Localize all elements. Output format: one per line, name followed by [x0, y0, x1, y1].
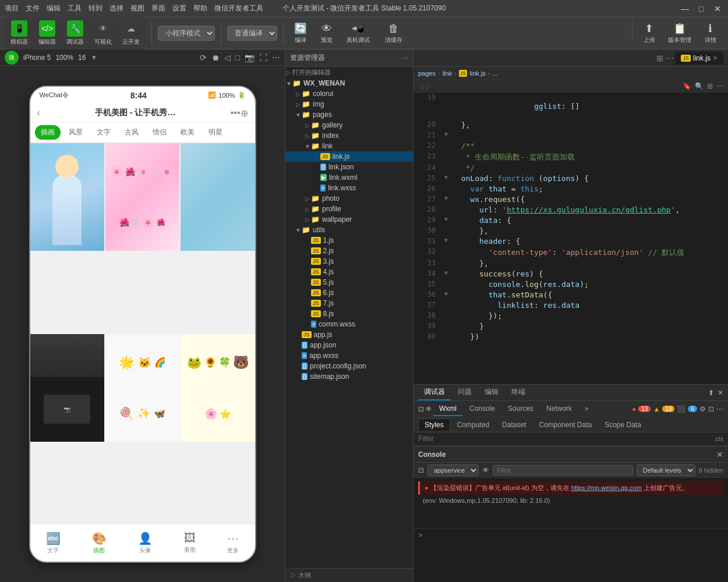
- tab-edit[interactable]: 编辑: [479, 385, 504, 400]
- details-btn[interactable]: ℹ 详情: [697, 20, 723, 47]
- bottom-item-gallery[interactable]: 🖼 看图: [184, 531, 196, 554]
- folder-gallery[interactable]: ▷ 📁 gallery: [285, 120, 413, 130]
- more-tabs-icon[interactable]: ⋯: [666, 54, 674, 63]
- tab-link-js[interactable]: JS link.js ✕: [675, 52, 723, 65]
- cls-btn[interactable]: .cls: [714, 435, 724, 442]
- menu-interface[interactable]: 界面: [151, 3, 165, 13]
- tab-network[interactable]: Network: [540, 402, 578, 416]
- styles-tab-computed[interactable]: Computed: [451, 419, 495, 431]
- menu-goto[interactable]: 转到: [89, 3, 103, 13]
- simulator-btn[interactable]: 📱 模拟器: [6, 18, 33, 48]
- menu-view[interactable]: 视图: [130, 3, 144, 13]
- compile-select[interactable]: 普通编译: [227, 26, 277, 41]
- window-controls[interactable]: — □ ✕: [679, 3, 723, 15]
- folder-profile[interactable]: ▷ 📁 profile: [285, 204, 413, 214]
- image-cell-6[interactable]: 🐸🌻 🍀🐻 🌸⭐: [181, 334, 255, 442]
- file-app-wxss[interactable]: ≡ app.wxss: [285, 350, 413, 361]
- breadcrumb-link[interactable]: link: [443, 70, 453, 77]
- tab-more[interactable]: »: [579, 402, 595, 416]
- tab-problems[interactable]: 问题: [452, 385, 478, 400]
- tab-ancient[interactable]: 古风: [119, 125, 144, 140]
- compile-btn[interactable]: 🔄 编译: [289, 20, 312, 47]
- phone-share-btn[interactable]: ⊕: [241, 108, 248, 119]
- folder-colorui[interactable]: ▷ 📁 colorui: [285, 88, 413, 99]
- eye-toggle-icon[interactable]: 👁: [425, 405, 432, 413]
- menu-file[interactable]: 文件: [26, 3, 40, 13]
- image-cell-3[interactable]: [181, 143, 255, 251]
- console-source-select[interactable]: appservice: [427, 464, 479, 476]
- image-cell-4[interactable]: 📷: [30, 334, 104, 442]
- styles-tab-component-data[interactable]: Component Data: [533, 419, 598, 431]
- dropdown-icon[interactable]: ▼: [90, 54, 97, 62]
- console-close-btn[interactable]: ✕: [716, 450, 723, 459]
- styles-tab-scope-data[interactable]: Scope Data: [599, 419, 647, 431]
- menu-project[interactable]: 项目: [5, 3, 19, 13]
- tab-close-btn[interactable]: ✕: [713, 55, 718, 61]
- image-cell-5[interactable]: 🌟🐱 🌈🍭 ✨🦋: [105, 334, 179, 442]
- styles-tab-dataset[interactable]: Dataset: [496, 419, 532, 431]
- bookmark-icon[interactable]: 🔖: [683, 82, 691, 90]
- file-4-js[interactable]: JS 4.js: [285, 267, 413, 277]
- tab-celebrity[interactable]: 明星: [203, 125, 228, 140]
- folder-img[interactable]: ▷ 📁 img: [285, 99, 413, 109]
- upload-btn[interactable]: ⬆ 上传: [636, 20, 662, 47]
- bottom-item-illustration[interactable]: 🎨 插图: [92, 531, 107, 555]
- menu-settings[interactable]: 设置: [172, 3, 186, 13]
- console-level-select[interactable]: Default levels: [637, 464, 695, 476]
- visual-btn[interactable]: 👁 可视化: [90, 18, 116, 48]
- version-btn[interactable]: 📋 版本管理: [663, 20, 696, 47]
- folder-link[interactable]: ▼ 📁 link: [285, 141, 413, 151]
- file-link-wxml[interactable]: ▶ link.wxml: [285, 172, 413, 183]
- bottom-item-avatar[interactable]: 👤 头像: [138, 531, 153, 555]
- tab-wxml[interactable]: Wxml: [433, 402, 462, 416]
- maximize-button[interactable]: □: [695, 3, 707, 15]
- settings-icon[interactable]: ⚙: [699, 405, 706, 413]
- file-8-js[interactable]: JS 8.js: [285, 308, 413, 319]
- cloud-btn[interactable]: ☁ 云开发: [118, 18, 144, 48]
- record-icon[interactable]: ⏺: [211, 53, 220, 62]
- folder-wallpaper[interactable]: ▷ 📁 wallpaper: [285, 214, 413, 225]
- nav-forward-icon[interactable]: ▷: [426, 82, 431, 90]
- split-icon[interactable]: ⊞: [707, 82, 713, 90]
- breadcrumb-pages[interactable]: pages: [418, 70, 436, 77]
- menu-help[interactable]: 帮助: [193, 3, 207, 13]
- more-devtools-icon[interactable]: ⋯: [716, 405, 723, 413]
- image-cell-2[interactable]: 🌸🌺🌸 ✿🌸🌺 ✿🌸🌺: [105, 143, 179, 251]
- styles-filter-input[interactable]: [418, 435, 714, 443]
- panel-toggle-icon[interactable]: ⊞: [656, 54, 663, 63]
- url-link[interactable]: https://xs.guluguluxia.cn/gdlist.php: [507, 205, 671, 214]
- open-editors-section[interactable]: ▷ 打开的编辑器: [285, 67, 413, 78]
- editor-btn[interactable]: </> 编辑器: [34, 18, 61, 48]
- file-app-js[interactable]: JS app.js: [285, 329, 413, 340]
- fullscreen-icon[interactable]: ⛶: [259, 53, 267, 62]
- menu-wechat-devtools[interactable]: 微信开发者工具: [214, 3, 263, 13]
- screenshot-icon[interactable]: 📷: [245, 53, 255, 62]
- mode-select[interactable]: 小程序模式: [158, 26, 215, 41]
- folder-utils[interactable]: ▼ 📁 utils: [285, 225, 413, 235]
- close-panel-icon[interactable]: ✕: [718, 389, 723, 397]
- rotate-icon[interactable]: ⟳: [200, 53, 207, 62]
- image-cell-1[interactable]: [30, 143, 104, 251]
- file-5-js[interactable]: JS 5.js: [285, 277, 413, 288]
- tab-text[interactable]: 文字: [91, 125, 116, 140]
- menu-edit[interactable]: 编辑: [47, 3, 61, 13]
- back-icon[interactable]: ◁: [224, 53, 231, 62]
- tab-console[interactable]: Console: [464, 402, 501, 416]
- code-content[interactable]: 19 gglist: [] 20 }, 21: [414, 93, 728, 384]
- debugger-btn[interactable]: 🔧 调试器: [62, 18, 89, 48]
- file-7-js[interactable]: JS 7.js: [285, 298, 413, 308]
- file-link-js[interactable]: JS link.js: [285, 151, 413, 162]
- file-project-config[interactable]: {} project.config.json: [285, 361, 413, 371]
- menu-select[interactable]: 选择: [109, 3, 123, 13]
- nav-back-icon[interactable]: ◁: [418, 82, 423, 90]
- real-device-btn[interactable]: 📲 真机调试: [342, 20, 374, 47]
- bottom-item-more[interactable]: ⋯ 更多: [227, 531, 239, 555]
- inspect-icon[interactable]: ⊡: [708, 405, 714, 413]
- file-2-js[interactable]: JS 2.js: [285, 246, 413, 256]
- file-comm-wxss[interactable]: ≡ comm.wxss: [285, 319, 413, 329]
- tab-landscape[interactable]: 风景: [63, 125, 89, 140]
- outline-section[interactable]: ▷ 大纲: [285, 568, 413, 582]
- file-6-js[interactable]: JS 6.js: [285, 288, 413, 298]
- tab-illustration[interactable]: 插画: [35, 125, 61, 140]
- file-app-json[interactable]: {} app.json: [285, 340, 413, 350]
